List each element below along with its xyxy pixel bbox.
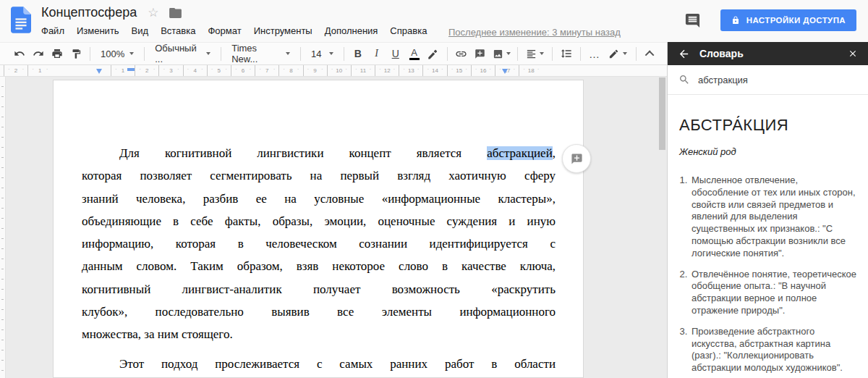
definition-item: Отвлечённое понятие, теоретическое обобщ… — [690, 269, 856, 317]
toolbar-separator — [300, 47, 301, 61]
ruler-number: 2 — [135, 65, 158, 76]
document-text[interactable]: Для когнитивной лингвистики концепт явля… — [82, 142, 556, 375]
right-indent-marker[interactable] — [502, 69, 508, 74]
dictionary-word: АБСТРА́КЦИЯ — [679, 116, 856, 135]
menu-item[interactable]: Инструменты — [254, 25, 312, 36]
close-icon[interactable] — [848, 49, 858, 59]
menu-item[interactable]: Формат — [208, 25, 241, 36]
part-of-speech: Женский род — [679, 146, 856, 157]
add-comment-button[interactable] — [471, 45, 490, 62]
doc-line: которая позволяет сегментировать на перв… — [82, 164, 556, 187]
vertical-scrollbar[interactable] — [659, 77, 665, 150]
text-color-bar — [409, 58, 420, 60]
doc-text-run: , — [553, 146, 556, 160]
menu-bar: ФайлИзменитьВидВставкаФорматИнструментыД… — [41, 25, 427, 36]
undo-button[interactable] — [10, 45, 29, 62]
menu-item[interactable]: Изменить — [77, 25, 119, 36]
text-color-button[interactable]: A — [405, 45, 424, 62]
ruler-number: 3 — [158, 65, 182, 76]
ruler-number: 8 — [278, 65, 302, 76]
ruler-number: 18 — [519, 65, 542, 76]
toolbar-separator — [636, 47, 637, 61]
ruler-number: 7 — [255, 65, 278, 76]
paragraph-1-lines: которая позволяет сегментировать на перв… — [82, 164, 556, 345]
left-indent-marker[interactable] — [127, 68, 135, 71]
paint-format-button[interactable] — [67, 45, 85, 62]
toolbar-separator — [221, 47, 221, 61]
font-size-dropdown[interactable]: 14 — [305, 45, 339, 62]
definition-item: Мысленное отвлечение, обособление от тех… — [690, 175, 856, 260]
ruler-number: 13 — [399, 65, 422, 76]
definitions-list: Мысленное отвлечение, обособление от тех… — [690, 175, 856, 374]
font-dropdown[interactable]: Times New... — [226, 45, 296, 62]
print-button[interactable] — [48, 45, 67, 62]
menu-item[interactable]: Дополнения — [325, 25, 378, 36]
insert-link-button[interactable] — [452, 45, 471, 62]
first-line-indent-marker[interactable] — [96, 69, 102, 74]
bold-button[interactable]: B — [349, 45, 367, 62]
paragraph-2: Этот подход прослеживается с самых ранни… — [82, 353, 556, 375]
ruler-number: 2 — [4, 65, 27, 76]
sidebar-header: Словарь — [668, 42, 868, 65]
chevron-down-icon — [329, 52, 333, 55]
dictionary-content: АБСТРА́КЦИЯ Женский род Мысленное отвлеч… — [668, 116, 868, 374]
search-input[interactable] — [698, 75, 843, 85]
paragraph-style-dropdown[interactable]: Обычный ... — [149, 45, 216, 62]
sidebar-title: Словарь — [699, 48, 744, 59]
editing-mode-dropdown[interactable] — [604, 45, 631, 62]
google-docs-logo-icon[interactable] — [11, 7, 31, 36]
line-spacing-button[interactable] — [557, 45, 576, 62]
ruler-number: 15 — [447, 65, 471, 76]
menu-item[interactable]: Справка — [390, 25, 427, 36]
comments-icon[interactable] — [684, 12, 702, 29]
last-edit-link[interactable]: Последнее изменение: 3 минуты назад — [448, 27, 621, 38]
ruler-number: 9 — [303, 65, 327, 76]
dictionary-search — [668, 65, 868, 95]
document-title[interactable]: Концептосфера — [41, 5, 137, 20]
ruler-number: 16 — [471, 65, 495, 76]
toolbar-separator — [517, 47, 518, 61]
more-options-button[interactable]: … — [585, 45, 604, 62]
doc-line: знаний человека, разбив ее на условные «… — [82, 188, 556, 210]
font-size-value: 14 — [311, 49, 321, 59]
star-icon[interactable]: ☆ — [148, 7, 158, 19]
toolbar-separator — [552, 47, 553, 61]
dictionary-sidebar: Словарь АБСТРА́КЦИЯ Женский род Мысленно… — [667, 42, 868, 378]
ruler-number: 14 — [422, 65, 446, 76]
chevron-down-icon — [129, 52, 134, 55]
horizontal-ruler[interactable]: 21 123456789101112131415161718 — [0, 65, 667, 77]
chevron-down-icon — [623, 52, 627, 55]
vertical-ruler[interactable] — [0, 77, 6, 378]
ruler-number: 11 — [351, 65, 375, 76]
redo-button[interactable] — [29, 45, 48, 62]
font-value: Times New... — [231, 43, 281, 64]
align-button[interactable] — [522, 45, 548, 62]
ruler-numbers: 123456789101112131415161718 — [111, 65, 542, 76]
menu-item[interactable]: Вид — [132, 25, 149, 36]
toolbar-separator — [580, 47, 581, 61]
highlighted-word: абстракцией — [487, 146, 553, 160]
definition-item: Произведение абстрактного искусства, абс… — [690, 326, 856, 374]
ruler-margin-numbers: 21 — [4, 65, 51, 76]
chevron-down-icon — [206, 52, 210, 55]
chevron-down-icon — [506, 52, 511, 55]
share-settings-button[interactable]: НАСТРОЙКИ ДОСТУПА — [720, 9, 856, 31]
doc-line: Для когнитивной лингвистики концепт явля… — [82, 142, 556, 164]
menu-item[interactable]: Файл — [41, 25, 64, 36]
menu-item[interactable]: Вставка — [161, 25, 195, 36]
back-arrow-icon[interactable] — [678, 48, 690, 60]
zoom-dropdown[interactable]: 100% — [95, 45, 140, 62]
share-button-label: НАСТРОЙКИ ДОСТУПА — [746, 16, 846, 25]
ruler-number: 10 — [327, 65, 351, 76]
ruler-number: 6 — [231, 65, 255, 76]
highlight-color-button[interactable] — [424, 45, 443, 62]
underline-button[interactable]: U — [386, 45, 405, 62]
toolbar-separator — [447, 47, 448, 61]
ruler-number: 4 — [183, 65, 207, 76]
collapse-toolbar-button[interactable] — [641, 45, 660, 62]
italic-button[interactable]: I — [367, 45, 386, 62]
add-comment-floating-button[interactable] — [562, 144, 591, 173]
folder-icon[interactable] — [169, 8, 182, 18]
ruler-number: 1 — [27, 65, 51, 76]
insert-image-button[interactable] — [490, 45, 514, 62]
